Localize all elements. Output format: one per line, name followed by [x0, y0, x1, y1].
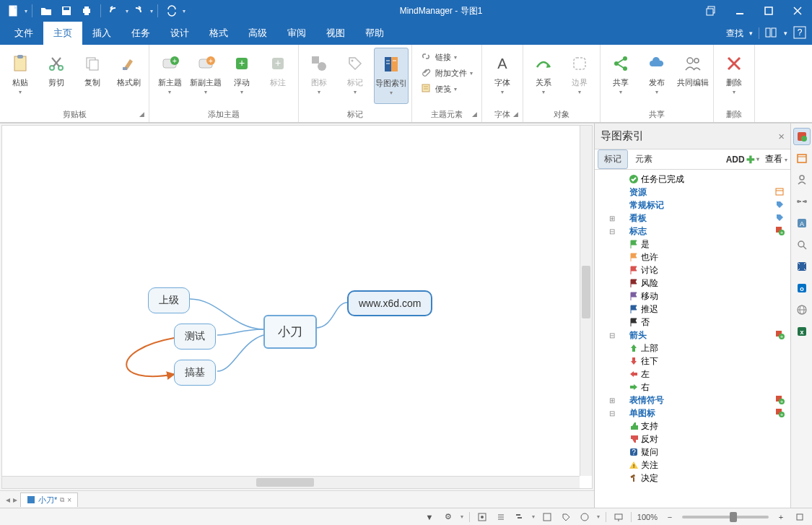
ribbon-attach[interactable]: 附加文件 ▾ [418, 65, 476, 81]
filter-icon[interactable]: ▼ [423, 511, 436, 524]
redo-button[interactable] [130, 1, 149, 20]
menu-file[interactable]: 文件 [4, 22, 43, 45]
menu-design[interactable]: 设计 [160, 22, 199, 45]
ribbon-paste[interactable]: 粘贴▾ [3, 48, 38, 104]
status-settings-icon[interactable]: ⚙ [442, 511, 455, 524]
tree-group[interactable]: 资源 [596, 186, 789, 199]
ribbon-relation[interactable]: 关系▾ [526, 48, 561, 104]
view-icon-icon[interactable] [578, 511, 591, 524]
view-tag-icon[interactable] [559, 511, 572, 524]
tree-group[interactable]: ⊟单图标+ [596, 407, 789, 420]
mindmap-node[interactable]: 搞基 [174, 360, 216, 386]
sidebar-calendar-icon[interactable] [793, 149, 811, 167]
tab-restore-icon[interactable]: ⧉ [60, 496, 64, 504]
ribbon-co-edit[interactable]: 共同编辑 [676, 48, 710, 104]
sidebar-index-icon[interactable] [793, 128, 811, 145]
menu-format[interactable]: 格式 [199, 22, 238, 45]
ribbon-share[interactable]: 共享▾ [603, 48, 638, 104]
presentation-icon[interactable] [612, 511, 625, 524]
index-tab-markers[interactable]: 标记 [598, 149, 628, 169]
ribbon-map-index[interactable]: 导图索引▾ [374, 48, 409, 104]
view-schedule-icon[interactable] [541, 511, 554, 524]
tabs-scroll-left-icon[interactable]: ◂ [6, 495, 10, 505]
tree-item[interactable]: 也许 [596, 251, 789, 264]
horizontal-scrollbar[interactable] [2, 476, 580, 488]
menu-view[interactable]: 视图 [316, 22, 355, 45]
tree-item[interactable]: 讨论 [596, 264, 789, 277]
sidebar-person-icon[interactable] [793, 171, 811, 188]
mindmap-node[interactable]: 上级 [148, 287, 190, 313]
sync-button[interactable] [162, 1, 181, 20]
zoom-in-icon[interactable]: + [774, 511, 787, 524]
palette-icon[interactable] [765, 27, 778, 40]
ribbon-copy[interactable]: 复制 [75, 48, 110, 104]
sidebar-outlook-icon[interactable]: o [793, 279, 811, 297]
tree-item[interactable]: !关注 [596, 459, 789, 472]
index-tree[interactable]: 任务已完成资源常规标记⊞看板⊟标志+是也许讨论风险移动推迟否⊟箭头+上部往下左右… [595, 170, 790, 508]
tree-item[interactable]: 支持 [596, 420, 789, 433]
tabs-scroll-right-icon[interactable]: ▸ [13, 495, 17, 505]
open-button[interactable] [37, 1, 56, 20]
tree-item[interactable]: 往下 [596, 355, 789, 368]
tree-item[interactable]: 决定 [596, 472, 789, 485]
index-tab-elements[interactable]: 元素 [629, 150, 658, 168]
fit-icon[interactable] [793, 511, 806, 524]
print-button[interactable] [77, 1, 96, 20]
tree-item[interactable]: 左 [596, 368, 789, 381]
search-label[interactable]: 查找 [726, 27, 743, 40]
menu-advanced[interactable]: 高级 [238, 22, 277, 45]
sidebar-expand-icon[interactable] [793, 258, 811, 275]
sidebar-link-icon[interactable] [793, 193, 811, 210]
tree-item[interactable]: 反对 [596, 433, 789, 446]
tree-item[interactable]: 任务已完成 [596, 173, 789, 186]
ribbon-new-subtopic[interactable]: +新副主题▾ [188, 48, 223, 104]
vertical-scrollbar[interactable] [580, 126, 592, 476]
view-map-icon[interactable] [476, 511, 489, 524]
tree-item[interactable]: 推迟 [596, 303, 789, 316]
tree-group[interactable]: ⊟标志+ [596, 225, 789, 238]
save-button[interactable] [57, 1, 76, 20]
ribbon-delete[interactable]: 删除▾ [717, 48, 751, 104]
index-view-button[interactable]: 查看 ▾ [765, 153, 787, 165]
ribbon-notes[interactable]: 便笺 ▾ [418, 81, 476, 97]
tree-group[interactable]: 常规标记 [596, 199, 789, 212]
mindmap-node-selected[interactable]: www.x6d.com [347, 290, 432, 316]
sidebar-excel-icon[interactable]: x [793, 323, 811, 340]
ribbon-link[interactable]: 链接 ▾ [418, 49, 476, 65]
tree-item[interactable]: ?疑问 [596, 446, 789, 459]
mindmap-central-topic[interactable]: 小刀 [263, 315, 317, 349]
menu-task[interactable]: 任务 [121, 22, 160, 45]
zoom-value[interactable]: 100% [637, 513, 658, 521]
menu-insert[interactable]: 插入 [82, 22, 121, 45]
help-icon[interactable]: ? [793, 26, 806, 41]
document-tab[interactable]: 小刀* ⧉ × [20, 493, 78, 507]
tree-item[interactable]: 上部 [596, 342, 789, 355]
ribbon-new-topic[interactable]: +新主题▾ [152, 48, 187, 104]
minimize-button[interactable] [725, 0, 754, 22]
menu-review[interactable]: 审阅 [277, 22, 316, 45]
index-add-button[interactable]: ADD ✚ ▾ [726, 154, 759, 165]
search-dropdown-icon[interactable]: ▾ [749, 30, 753, 37]
dialog-launcher-icon[interactable]: ◢ [139, 110, 144, 118]
tree-item[interactable]: 否 [596, 316, 789, 329]
tree-item[interactable]: 风险 [596, 277, 789, 290]
zoom-slider[interactable] [682, 516, 769, 519]
view-outline-icon[interactable] [494, 511, 507, 524]
ribbon-format-painter[interactable]: 格式刷 [111, 48, 146, 104]
zoom-out-icon[interactable]: − [663, 511, 676, 524]
menu-help[interactable]: 帮助 [355, 22, 394, 45]
tree-group[interactable]: ⊟箭头+ [596, 329, 789, 342]
tree-item[interactable]: 右 [596, 381, 789, 394]
ribbon-floating[interactable]: +浮动▾ [224, 48, 259, 104]
sidebar-globe-icon[interactable] [793, 301, 811, 318]
sidebar-search-icon[interactable] [793, 236, 811, 253]
canvas[interactable]: 小刀 上级 测试 搞基 www.x6d.com [1, 125, 593, 489]
sidebar-browse-icon[interactable]: A [793, 214, 811, 232]
view-gantt-icon[interactable] [513, 511, 526, 524]
menu-home[interactable]: 主页 [43, 22, 82, 45]
dialog-launcher-icon[interactable]: ◢ [472, 110, 477, 118]
close-button[interactable] [783, 0, 812, 22]
tree-group[interactable]: ⊞表情符号+ [596, 394, 789, 407]
undo-button[interactable] [105, 1, 124, 20]
new-doc-button[interactable] [4, 1, 23, 20]
